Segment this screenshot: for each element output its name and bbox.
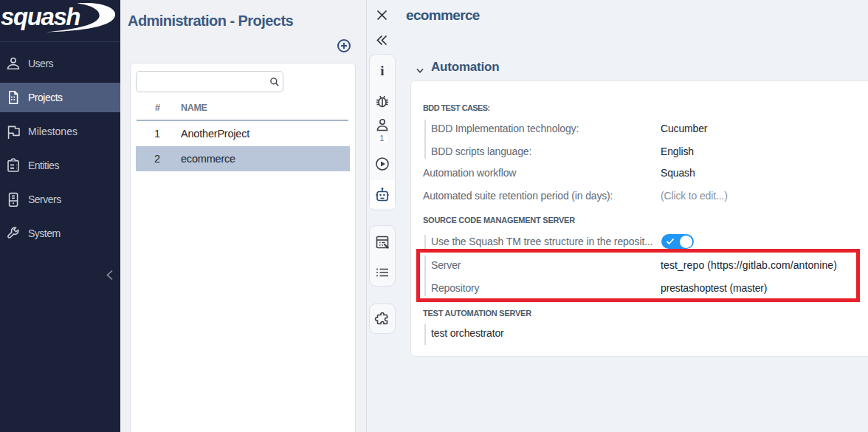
svg-text:i: i bbox=[380, 64, 384, 77]
svg-text:squash: squash bbox=[1, 3, 80, 30]
